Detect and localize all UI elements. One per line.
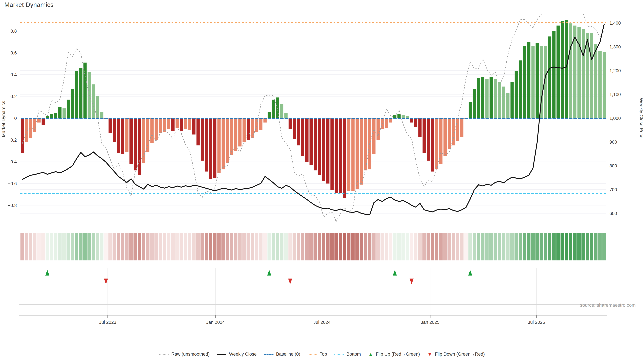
- legend-label: Top: [320, 352, 327, 357]
- legend-item-baseline: Baseline (0): [264, 352, 300, 357]
- svg-text:1,400: 1,400: [610, 21, 621, 26]
- svg-text:1,100: 1,100: [610, 92, 621, 97]
- reference-lines: [20, 22, 606, 193]
- svg-text:0.4: 0.4: [10, 72, 17, 77]
- close-line-swatch-icon: [217, 354, 226, 355]
- svg-text:0.6: 0.6: [10, 50, 17, 55]
- flip-marker-panel: [19, 268, 607, 315]
- svg-text:Jan 2025: Jan 2025: [421, 320, 440, 325]
- svg-text:700: 700: [610, 187, 617, 192]
- flip-up-triangle-icon: ▲: [368, 352, 373, 357]
- svg-text:0: 0: [14, 116, 17, 121]
- baseline-swatch-icon: [264, 354, 273, 355]
- market-dynamics-dashboard: Market Dynamics 0.80.60.40.20−0.2−0.4−0.…: [0, 0, 644, 362]
- gridlines: [20, 14, 606, 224]
- bottom-line-swatch-icon: [334, 354, 344, 355]
- svg-text:1,000: 1,000: [610, 116, 621, 121]
- left-axis-title: Market Dynamics: [1, 101, 6, 137]
- svg-text:1,300: 1,300: [610, 44, 621, 49]
- legend-item-raw: Raw (unsmoothed): [159, 352, 210, 357]
- legend-item-flip-up: ▲ Flip Up (Red→Green): [368, 352, 420, 357]
- svg-text:−0.8: −0.8: [8, 203, 17, 208]
- svg-text:−0.2: −0.2: [8, 138, 17, 143]
- svg-text:0.2: 0.2: [10, 94, 17, 99]
- legend-label: Raw (unsmoothed): [172, 352, 210, 357]
- svg-text:0.8: 0.8: [10, 29, 17, 34]
- svg-text:Jan 2024: Jan 2024: [206, 320, 225, 325]
- svg-text:Jul 2025: Jul 2025: [528, 320, 545, 325]
- flip-down-triangle-icon: ▼: [427, 352, 432, 357]
- chart-legend: Raw (unsmoothed) Weekly Close Baseline (…: [159, 352, 485, 357]
- legend-item-top: Top: [308, 352, 327, 357]
- right-axis-title: Weekly Close Price: [639, 98, 644, 138]
- svg-text:Jul 2023: Jul 2023: [99, 320, 116, 325]
- svg-text:1,200: 1,200: [610, 68, 621, 73]
- legend-label: Baseline (0): [276, 352, 300, 357]
- legend-item-weekly-close: Weekly Close: [217, 352, 257, 357]
- heatmap-strip: [20, 233, 606, 260]
- svg-text:Jul 2024: Jul 2024: [314, 320, 330, 325]
- svg-text:−0.4: −0.4: [8, 159, 17, 164]
- svg-text:600: 600: [610, 211, 617, 216]
- legend-item-flip-down: ▼ Flip Down (Green→Red): [427, 352, 485, 357]
- svg-text:−0.6: −0.6: [8, 181, 17, 186]
- legend-label: Flip Up (Red→Green): [376, 352, 420, 357]
- raw-line-swatch-icon: [159, 354, 169, 355]
- legend-label: Flip Down (Green→Red): [435, 352, 485, 357]
- top-line-swatch-icon: [308, 354, 317, 355]
- chart-canvas: 0.80.60.40.20−0.2−0.4−0.6−0.81,4001,3001…: [0, 0, 644, 362]
- legend-label: Weekly Close: [229, 352, 257, 357]
- svg-text:900: 900: [610, 140, 617, 145]
- svg-text:800: 800: [610, 163, 617, 168]
- source-credit: source: sharemaestro.com: [580, 303, 636, 308]
- legend-label: Bottom: [346, 352, 361, 357]
- legend-item-bottom: Bottom: [334, 352, 361, 357]
